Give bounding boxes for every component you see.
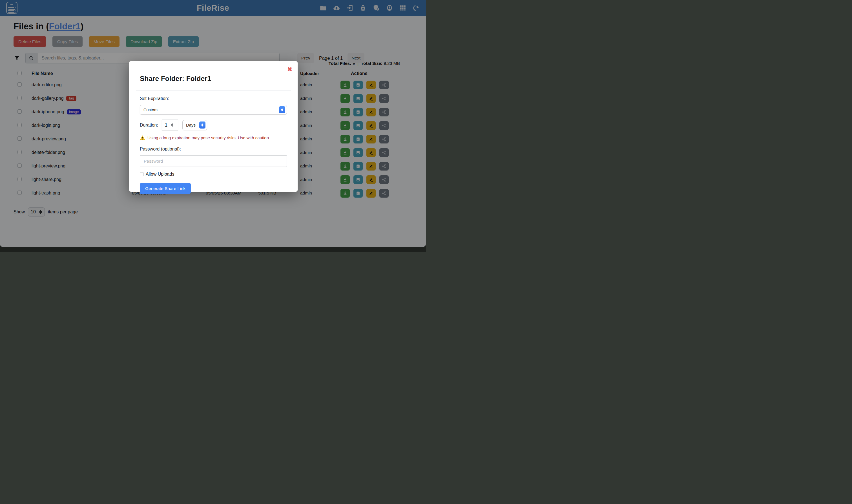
duration-unit-value: Days [186,123,196,127]
allow-uploads-label: Allow Uploads [146,172,174,177]
close-icon[interactable]: ✖ [287,66,292,72]
number-spinner-icon[interactable] [171,123,173,127]
allow-uploads-row: Allow Uploads [140,172,287,177]
share-folder-modal: ✖ Share Folder: Folder1 Set Expiration: … [129,61,297,192]
duration-label: Duration: [140,123,158,128]
generate-share-link-button[interactable]: Generate Share Link [140,183,191,194]
warning-icon [140,135,145,140]
expiration-warning: Using a long expiration may pose securit… [140,135,287,140]
share-password-input[interactable] [140,155,287,167]
duration-input-wrap [162,120,178,130]
duration-row: Duration: Days [140,120,287,130]
allow-uploads-checkbox[interactable] [140,172,144,176]
select-stepper-icon [199,122,205,128]
expiration-label: Set Expiration: [140,96,287,101]
password-label: Password (optional): [140,147,287,152]
expiration-select[interactable]: Custom... [140,105,287,115]
warning-text: Using a long expiration may pose securit… [147,135,270,140]
modal-title: Share Folder: Folder1 [140,75,287,83]
duration-unit-select[interactable]: Days [182,120,207,130]
select-stepper-icon [279,106,285,113]
expiration-selected-value: Custom... [143,108,161,112]
duration-input[interactable] [162,123,170,128]
